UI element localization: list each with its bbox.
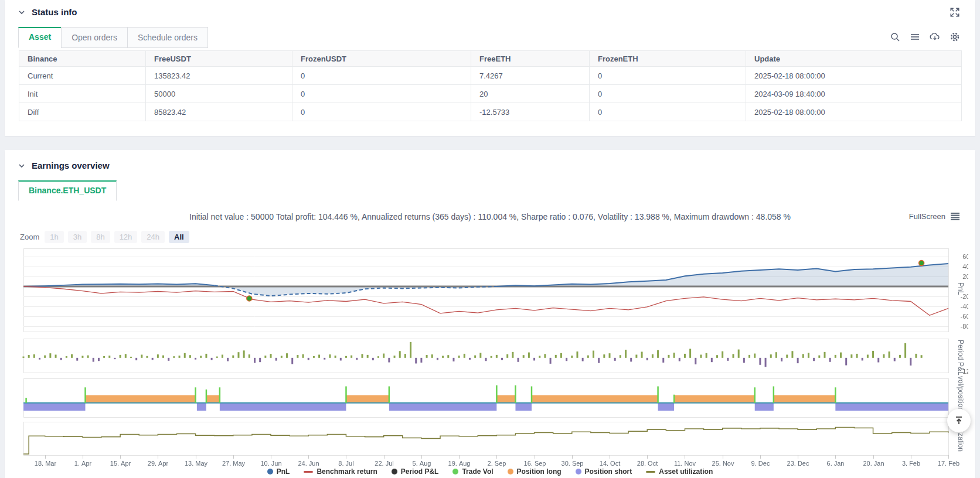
cell: 85823.42 <box>146 103 292 121</box>
period-pnl-swatch <box>392 469 397 474</box>
col-update: Update <box>746 51 962 67</box>
legend-label: Benchmark return <box>317 467 377 476</box>
table-row-current: Current 135823.42 0 7.4267 0 2025-02-18 … <box>19 67 962 85</box>
table-row-init: Init 50000 0 20 0 2024-03-09 18:40:00 <box>19 85 962 103</box>
status-card-title: Status info <box>32 7 77 17</box>
legend-position-long[interactable]: Position long <box>508 467 562 476</box>
collapse-chevron-icon[interactable] <box>18 8 26 16</box>
earnings-chart[interactable] <box>19 247 968 470</box>
cell: 2024-03-09 18:40:00 <box>746 85 962 103</box>
status-toolbar <box>890 32 960 42</box>
performance-summary: Initial net value : 50000 Total profit: … <box>5 212 975 221</box>
pnl-swatch <box>267 469 273 474</box>
tab-binance-eth-usdt[interactable]: Binance.ETH_USDT <box>18 180 117 201</box>
cell: 20 <box>471 85 590 103</box>
chart-legend: PnL Benchmark return Period P&L Trade Vo… <box>5 467 975 476</box>
legend-label: Position long <box>517 467 562 476</box>
zoom-3h[interactable]: 3h <box>68 231 87 243</box>
legend-period-pnl[interactable]: Period P&L <box>392 467 439 476</box>
chart-menu-icon[interactable] <box>950 212 960 221</box>
col-binance: Binance <box>19 51 146 67</box>
earnings-overview-card: Earnings overview Binance.ETH_USDT Initi… <box>5 150 975 478</box>
status-tabs: Asset Open orders Schedule orders <box>19 27 208 48</box>
scroll-top-icon <box>954 415 964 426</box>
legend-trade-vol[interactable]: Trade Vol <box>452 467 493 476</box>
current-link[interactable]: Current <box>19 67 146 85</box>
col-freeeth: FreeETH <box>471 51 590 67</box>
cell: 0 <box>292 85 471 103</box>
cell: 50000 <box>146 85 292 103</box>
legend-benchmark-return[interactable]: Benchmark return <box>304 467 377 476</box>
cell: -12.5733 <box>471 103 590 121</box>
cell: 0 <box>590 67 746 85</box>
col-freeusdt: FreeUSDT <box>146 51 292 67</box>
cell: 0 <box>292 103 471 121</box>
legend-label: PnL <box>277 467 290 476</box>
cell: 2025-02-18 08:00:00 <box>746 67 962 85</box>
col-frozeneth: FrozenETH <box>590 51 746 67</box>
zoom-1h[interactable]: 1h <box>45 231 63 243</box>
fullscreen-label: FullScreen <box>909 212 945 221</box>
cell: Diff <box>19 103 146 121</box>
cell: Init <box>19 85 146 103</box>
zoom-all[interactable]: All <box>169 231 189 243</box>
cell: 2025-02-18 08:00:00 <box>746 103 962 121</box>
search-icon[interactable] <box>890 32 900 42</box>
axis-name-vol-position: vol/position <box>957 376 965 411</box>
zoom-controls: Zoom 1h 3h 8h 12h 24h All <box>20 231 189 243</box>
asset-table: Binance FreeUSDT FrozenUSDT FreeETH Froz… <box>19 50 962 121</box>
position-long-swatch <box>508 469 513 474</box>
table-header-row: Binance FreeUSDT FrozenUSDT FreeETH Froz… <box>19 51 962 67</box>
legend-label: Asset utilization <box>659 467 713 476</box>
cell: 0 <box>590 103 746 121</box>
cloud-download-icon[interactable] <box>930 32 940 42</box>
legend-position-short[interactable]: Position short <box>576 467 632 476</box>
status-info-card: Status info Asset Open orders Schedule o… <box>5 0 975 136</box>
earnings-card-title: Earnings overview <box>32 161 110 170</box>
table-row-diff: Diff 85823.42 0 -12.5733 0 2025-02-18 08… <box>19 103 962 121</box>
legend-label: Trade Vol <box>462 467 493 476</box>
cell: 0 <box>590 85 746 103</box>
tab-open-orders[interactable]: Open orders <box>61 27 128 48</box>
zoom-label: Zoom <box>20 233 39 241</box>
trade-vol-swatch <box>452 469 458 474</box>
col-frozenusdt: FrozenUSDT <box>292 51 471 67</box>
axis-name-period-pnl: Period P&L <box>957 340 965 375</box>
collapse-chevron-icon[interactable] <box>18 162 26 170</box>
fullscreen-button[interactable]: FullScreen <box>909 212 960 221</box>
gear-icon[interactable] <box>950 32 960 42</box>
zoom-12h[interactable]: 12h <box>114 231 138 243</box>
legend-pnl[interactable]: PnL <box>267 467 290 476</box>
legend-label: Period P&L <box>401 467 439 476</box>
asset-utilization-swatch <box>646 471 655 473</box>
zoom-8h[interactable]: 8h <box>91 231 110 243</box>
cell: 7.4267 <box>471 67 590 85</box>
axis-name-pnl: PnL <box>957 282 965 295</box>
scroll-to-top-button[interactable] <box>947 409 971 432</box>
legend-asset-utilization[interactable]: Asset utilization <box>646 467 713 476</box>
benchmark-swatch <box>304 471 313 473</box>
zoom-24h[interactable]: 24h <box>141 231 165 243</box>
tab-asset[interactable]: Asset <box>18 27 62 48</box>
cell: 135823.42 <box>146 67 292 85</box>
legend-label: Position short <box>585 467 632 476</box>
list-icon[interactable] <box>910 32 920 42</box>
position-short-swatch <box>576 469 581 474</box>
tab-schedule-orders[interactable]: Schedule orders <box>127 27 208 48</box>
expand-icon[interactable] <box>950 7 960 18</box>
cell: 0 <box>292 67 471 85</box>
